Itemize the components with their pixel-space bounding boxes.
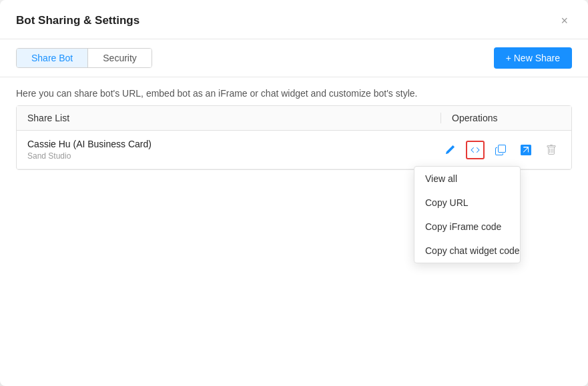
modal: Bot Sharing & Settings × Share Bot Secur… (0, 0, 588, 386)
row-info: Cassie Hu (AI Business Card) Sand Studio (27, 139, 440, 161)
edit-icon[interactable] (440, 141, 459, 159)
row-sub: Sand Studio (27, 151, 440, 161)
dropdown-item-copy-iframe[interactable]: Copy iFrame code (414, 215, 520, 239)
share-icon[interactable] (517, 141, 535, 159)
modal-header: Bot Sharing & Settings × (0, 0, 588, 39)
description-text: Here you can share bot's URL, embed bot … (0, 77, 588, 105)
tabs-container: Share Bot Security (16, 48, 152, 68)
tabs-row: Share Bot Security + New Share (0, 39, 588, 77)
close-button[interactable]: × (557, 13, 572, 28)
tab-security[interactable]: Security (88, 49, 152, 67)
new-share-button[interactable]: + New Share (494, 47, 572, 69)
tab-share-bot[interactable]: Share Bot (17, 49, 88, 67)
col-operations: Operations (440, 113, 561, 123)
modal-title: Bot Sharing & Settings (16, 14, 139, 27)
table-header: Share List Operations (17, 106, 571, 131)
embed-code-icon[interactable] (466, 141, 485, 159)
dropdown-item-view-all[interactable]: View all (414, 167, 520, 191)
row-name: Cassie Hu (AI Business Card) (27, 139, 440, 149)
dropdown-menu: View all Copy URL Copy iFrame code Copy … (414, 166, 521, 263)
copy-icon[interactable] (491, 141, 510, 159)
delete-icon[interactable] (542, 141, 561, 159)
table-row: Cassie Hu (AI Business Card) Sand Studio (17, 131, 571, 169)
col-share-list: Share List (27, 113, 440, 123)
row-operations: View all Copy URL Copy iFrame code Copy … (440, 141, 561, 159)
dropdown-item-copy-widget[interactable]: Copy chat widget code (414, 239, 520, 263)
share-table: Share List Operations Cassie Hu (AI Busi… (16, 105, 572, 170)
dropdown-item-copy-url[interactable]: Copy URL (414, 191, 520, 215)
